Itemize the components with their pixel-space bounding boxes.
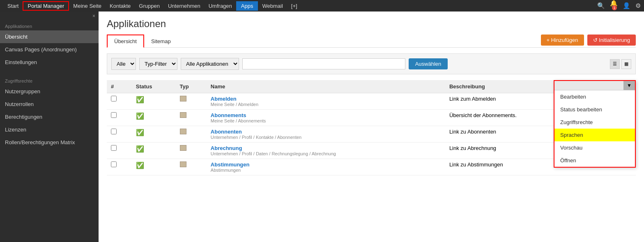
user-icon[interactable]: 👤: [623, 2, 630, 9]
status-active-icon: ✅: [136, 145, 144, 152]
sidebar-item-canvas-pages[interactable]: Canvas Pages (Anordnungen): [0, 43, 99, 56]
cell-name: Abmelden Meine Seite / Abmelden: [207, 93, 445, 110]
auswahlen-button[interactable]: Auswählen: [409, 58, 448, 69]
type-icon: [180, 112, 186, 118]
nav-meine-seite[interactable]: Meine Seite: [69, 1, 106, 11]
top-nav-icons: 🔍 🔔 1 👤 ⚙: [597, 0, 641, 12]
app-name-link[interactable]: Abmelden: [211, 96, 441, 102]
action-bearbeiten[interactable]: Bearbeiten: [554, 90, 635, 103]
init-button[interactable]: ↺ Initialisierung: [587, 35, 636, 46]
cell-status: ✅: [132, 143, 176, 159]
filter-search-input[interactable]: [242, 58, 405, 69]
app-name-link[interactable]: Abstimmungen: [211, 161, 441, 168]
app-name-link[interactable]: Abrechnung: [211, 145, 441, 151]
notification-badge: 1: [612, 5, 617, 10]
action-zugriffsrechte[interactable]: Zugriffsrechte: [554, 116, 635, 129]
notification-icon[interactable]: 🔔 1: [610, 0, 618, 12]
cell-checkbox[interactable]: [107, 143, 132, 159]
search-icon[interactable]: 🔍: [597, 2, 605, 9]
nav-start[interactable]: Start: [3, 1, 23, 11]
cell-name: Abstimmungen Abstimmungen: [207, 159, 445, 175]
status-active-icon: ✅: [136, 113, 144, 120]
table-container: # Status Typ Name Beschreibung Aktionen …: [107, 80, 636, 175]
view-list-icon[interactable]: ☰: [610, 59, 620, 69]
action-status[interactable]: Status bearbeiten: [554, 103, 635, 116]
nav-umfragen[interactable]: Umfragen: [205, 1, 236, 11]
cell-name: Abonnenten Unternehmen / Profil / Kontak…: [207, 126, 445, 143]
sidebar-item-rollen-matrix[interactable]: Rollen/Berechtigungen Matrix: [0, 136, 99, 149]
type-icon: [180, 96, 186, 101]
type-icon: [180, 145, 186, 151]
nav-plus[interactable]: [+]: [287, 1, 301, 11]
sidebar-item-nutzerrollen[interactable]: Nutzerrollen: [0, 98, 99, 111]
app-name-link[interactable]: Abonnenten: [211, 129, 441, 135]
filter-app-select[interactable]: Alle Applikationen: [181, 58, 239, 70]
settings-icon[interactable]: ⚙: [635, 2, 641, 9]
cell-name: Abrechnung Unternehmen / Profil / Daten …: [207, 143, 445, 159]
cell-typ: [176, 110, 207, 126]
th-status: Status: [132, 80, 176, 93]
cell-checkbox[interactable]: [107, 110, 132, 126]
sidebar-item-lizenzen[interactable]: Lizenzen: [0, 123, 99, 136]
cell-status: ✅: [132, 159, 176, 175]
tabs-bar: Übersicht Sitemap + Hinzufügen ↺ Initial…: [107, 35, 636, 48]
app-path: Meine Seite / Abonnements: [211, 118, 441, 123]
app-path: Unternehmen / Profil / Daten / Rechnungs…: [211, 151, 441, 156]
cell-name: Abonnements Meine Seite / Abonnements: [207, 110, 445, 126]
sidebar-item-berechtigungen[interactable]: Berechtigungen: [0, 111, 99, 123]
type-icon: [180, 161, 186, 167]
cell-typ: [176, 126, 207, 143]
sidebar-section-applikationen: Applikationen: [0, 21, 99, 30]
app-path: Unternehmen / Profil / Kontakte / Abonne…: [211, 135, 441, 140]
cell-checkbox[interactable]: [107, 159, 132, 175]
filter-alle-select[interactable]: Alle: [111, 58, 136, 70]
actions-dropdown-toggle-button[interactable]: ▼: [623, 81, 635, 90]
view-grid-icon[interactable]: ▦: [621, 59, 631, 69]
cell-status: ✅: [132, 110, 176, 126]
th-typ: Typ: [176, 80, 207, 93]
tab-uebersicht[interactable]: Übersicht: [107, 35, 144, 48]
nav-gruppen[interactable]: Gruppen: [135, 1, 164, 11]
tab-sitemap[interactable]: Sitemap: [144, 35, 178, 48]
view-icons: ☰ ▦: [610, 59, 631, 69]
cell-typ: [176, 93, 207, 110]
sidebar-close-button[interactable]: ×: [0, 12, 99, 21]
filter-bar: Alle Typ-Filter Alle Applikationen Auswä…: [107, 53, 636, 74]
status-active-icon: ✅: [136, 96, 144, 103]
action-oeffnen[interactable]: Öffnen: [554, 154, 635, 167]
th-number: #: [107, 80, 132, 93]
sidebar-item-einstellungen[interactable]: Einstellungen: [0, 56, 99, 69]
top-navigation: Start Portal Manager Meine Seite Kontakt…: [0, 0, 644, 12]
nav-webmail[interactable]: Webmail: [258, 1, 287, 11]
sidebar-item-uebersicht[interactable]: Übersicht: [0, 30, 99, 43]
app-name-link[interactable]: Abonnements: [211, 112, 441, 118]
sidebar: × Applikationen Übersicht Canvas Pages (…: [0, 12, 99, 242]
cell-status: ✅: [132, 93, 176, 110]
app-path: Abstimmungen: [211, 168, 441, 173]
actions-dropdown: ▼ Bearbeiten Status bearbeiten Zugriffsr…: [554, 80, 636, 168]
cell-checkbox[interactable]: [107, 126, 132, 143]
page-title: Applikationen: [107, 18, 636, 30]
sidebar-section-zugriffsrechte: Zugriffsrechte: [0, 75, 99, 85]
nav-kontakte[interactable]: Kontakte: [106, 1, 135, 11]
nav-portal-manager[interactable]: Portal Manager: [23, 1, 69, 11]
type-icon: [180, 129, 186, 134]
sidebar-item-nutzergruppen[interactable]: Nutzergruppen: [0, 85, 99, 98]
actions-dropdown-header: ▼: [554, 81, 635, 90]
add-button[interactable]: + Hinzufügen: [541, 35, 584, 46]
main-layout: × Applikationen Übersicht Canvas Pages (…: [0, 12, 644, 242]
app-path: Meine Seite / Abmelden: [211, 102, 441, 107]
action-sprachen[interactable]: Sprachen: [554, 129, 635, 141]
main-content: Applikationen Übersicht Sitemap + Hinzuf…: [99, 12, 644, 242]
cell-status: ✅: [132, 126, 176, 143]
status-active-icon: ✅: [136, 162, 144, 169]
th-name: Name: [207, 80, 445, 93]
cell-checkbox[interactable]: [107, 93, 132, 110]
status-active-icon: ✅: [136, 129, 144, 136]
filter-typ-select[interactable]: Typ-Filter: [139, 58, 177, 70]
action-vorschau[interactable]: Vorschau: [554, 141, 635, 154]
nav-apps[interactable]: Apps: [236, 1, 258, 11]
nav-unternehmen[interactable]: Unternehmen: [164, 1, 205, 11]
tab-actions: + Hinzufügen ↺ Initialisierung: [541, 35, 636, 46]
cell-typ: [176, 143, 207, 159]
